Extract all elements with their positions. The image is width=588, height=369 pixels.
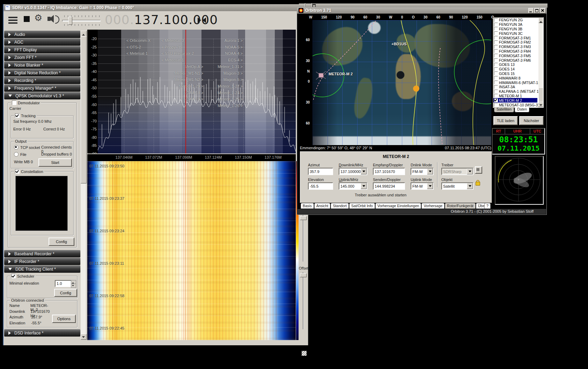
spectrum-panel[interactable]: -20-25-30-35-40-45-50-55-60-65-70-75-80-… [87, 30, 296, 153]
satellite-checkbox[interactable] [494, 31, 498, 35]
minimize-icon[interactable] [528, 8, 534, 13]
satellite-checkbox[interactable] [494, 85, 498, 89]
next-pass-button[interactable]: Nächster [519, 116, 544, 125]
satellite-list-item[interactable]: GOES 13 [493, 62, 537, 67]
scrollbar-thumb[interactable] [81, 36, 87, 183]
sidebar-panel-header[interactable]: Audio [4, 31, 80, 38]
clock-utc-header[interactable]: UTC [530, 129, 544, 134]
satellite-checkbox[interactable] [494, 58, 498, 62]
sidebar-panel-header[interactable]: Noise Blanker * [4, 61, 80, 69]
file-radio[interactable] [14, 152, 19, 157]
sidebar-panel-header[interactable]: Baseband Recorder * [4, 250, 80, 257]
satellite-list-item[interactable]: FORMOSAT-3 FM2 [493, 40, 537, 45]
satellite-list-item[interactable]: KALPANA-1 (METSAT 1) [493, 89, 537, 94]
satellite-list-item[interactable]: FENGYUN 2G [493, 18, 537, 22]
satellite-list-item[interactable]: GOES 15 [493, 71, 537, 76]
contrast-slider-track[interactable] [303, 215, 304, 262]
sidebar-panel-header[interactable]: AGC [4, 38, 80, 46]
list-tab[interactable]: Daten [515, 107, 529, 112]
orbitron-titlebar[interactable]: Orbitron 3.71 [297, 7, 546, 14]
scrollbar-down-icon[interactable] [538, 102, 544, 107]
qpsk-config-button[interactable]: Config [49, 238, 74, 246]
satellite-list-item[interactable]: HIMAWARI 8 [493, 76, 537, 80]
minimal-elevation-input[interactable]: 1.0 [55, 280, 73, 287]
field-value[interactable]: 145.000 [339, 182, 367, 190]
orbitron-tab[interactable]: Vorhersage Einstellungen [375, 203, 421, 209]
dropdown-arrow-icon[interactable] [361, 183, 367, 189]
constellation-checkbox[interactable] [15, 169, 20, 174]
tracking-checkbox[interactable] [15, 113, 20, 118]
stepper-down-icon[interactable] [72, 285, 74, 287]
scrollbar-up-icon[interactable] [81, 31, 87, 37]
satellite-list-item[interactable]: HIMAWARI-6 (MTSAT-1F [493, 80, 537, 85]
orbitron-tab[interactable]: Standort [331, 203, 349, 209]
demodulator-checkbox[interactable] [12, 100, 16, 105]
tcp-socket-radio[interactable] [14, 145, 19, 150]
volume-thumb[interactable] [68, 17, 72, 25]
waterfall-panel[interactable]: 07.11.2015 09:23:5007.11.2015 09:23:3707… [87, 161, 296, 340]
gear-icon[interactable] [34, 13, 42, 23]
orbitron-tab[interactable]: Sat/Orbit Info [349, 203, 375, 209]
help-tab[interactable]: ? [484, 203, 491, 209]
tle-load-button[interactable]: TLE laden [493, 116, 518, 125]
dropdown-arrow-icon[interactable] [361, 168, 367, 174]
window-resize-grip[interactable] [302, 351, 307, 356]
satellite-list[interactable]: FENGYUN 2G FENGYUN 3A FENGYUN 3B FENGYUN… [493, 17, 544, 108]
satellite-checkbox[interactable] [494, 27, 498, 31]
satellite-checkbox[interactable] [494, 45, 498, 49]
satellite-checkbox[interactable] [494, 103, 498, 107]
satellite-checkbox[interactable] [494, 76, 498, 80]
frequency-snap-icon[interactable] [198, 17, 206, 23]
satellite-list-item[interactable]: FORMOSAT-3 FM4 [493, 49, 537, 54]
satellite-list-item[interactable]: FENGYUN 3C [493, 31, 537, 36]
satellite-checkbox[interactable] [494, 67, 498, 71]
satellite-checkbox[interactable] [494, 40, 498, 44]
field-value[interactable]: 144.998234 [373, 182, 405, 190]
satellite-list-item[interactable]: METEOR-M 1 [493, 94, 537, 98]
satellite-checkbox[interactable] [494, 23, 498, 27]
field-value[interactable]: 137.100000 [339, 168, 367, 175]
scheduler-checkbox[interactable] [11, 274, 16, 278]
options-button[interactable]: Options [52, 315, 76, 323]
world-map[interactable]: METEOR-M 2 +BD1US [313, 20, 491, 145]
sidebar-panel-header-dsd[interactable]: DSD Interface * [4, 329, 80, 337]
field-value[interactable]: 137.101670 [373, 168, 405, 175]
sidebar-panel-header[interactable]: Zoom FFT * [4, 54, 80, 61]
scrollbar-down-icon[interactable] [81, 334, 87, 340]
orbitron-tab[interactable]: Basis [301, 203, 314, 209]
satellite-list-item[interactable]: FORMOSAT-3 FM5 [493, 53, 537, 58]
scrollbar-thumb[interactable] [538, 88, 544, 102]
clock-rt-header[interactable]: RT [493, 129, 505, 134]
spectrum-plot[interactable]: < Orbcomm-X< OTS-2< Metelsat-1 < Meteosa… [98, 30, 296, 153]
satellite-list-item[interactable]: GOES 14 [493, 67, 537, 71]
field-value[interactable]: Satellit [441, 182, 473, 190]
satellite-checkbox[interactable] [494, 54, 498, 58]
dropdown-arrow-icon[interactable] [427, 168, 433, 174]
close-icon[interactable] [540, 8, 546, 13]
satellite-list-item[interactable]: INSAT-3A [493, 85, 537, 89]
orbitron-tab[interactable]: Ansicht [314, 203, 330, 209]
satellite-list-item[interactable]: FORMOSAT-3 FM1 [493, 36, 537, 40]
speaker-icon[interactable] [47, 17, 51, 21]
dropdown-arrow-icon[interactable] [427, 183, 433, 189]
satellite-list-item[interactable]: FORMOSAT-3 FM3 [493, 45, 537, 49]
sidebar-panel-header[interactable]: Recording * [4, 77, 80, 84]
lock-icon[interactable] [476, 182, 480, 186]
volume-track[interactable] [62, 20, 101, 22]
scrollbar-up-icon[interactable] [538, 18, 544, 23]
offset-slider-track[interactable] [303, 272, 304, 329]
start-button[interactable]: Start [38, 158, 72, 167]
sidebar-panel-header-dde[interactable]: DDE Tracking Client * [4, 265, 80, 273]
satellite-list-item[interactable]: METEOR-M 2 [493, 98, 537, 103]
minimal-elevation-stepper[interactable] [71, 280, 75, 287]
satellite-checkbox[interactable] [494, 63, 498, 67]
satellite-list-item[interactable]: FENGYUN 3B [493, 27, 537, 31]
field-value[interactable]: FM-W [411, 168, 434, 175]
stop-button[interactable] [24, 16, 30, 22]
contrast-slider-thumb[interactable] [300, 216, 307, 220]
satellite-checkbox[interactable] [494, 98, 498, 102]
sidebar-panel-header[interactable]: Digital Noise Reduction * [4, 69, 80, 76]
dde-config-button[interactable]: Config [54, 289, 77, 297]
field-value[interactable]: FM-W [411, 182, 434, 190]
sdrsharp-titlebar[interactable]: SDR# v1.0.0.1347 - IQ Imbalance: Gain = … [3, 4, 308, 11]
